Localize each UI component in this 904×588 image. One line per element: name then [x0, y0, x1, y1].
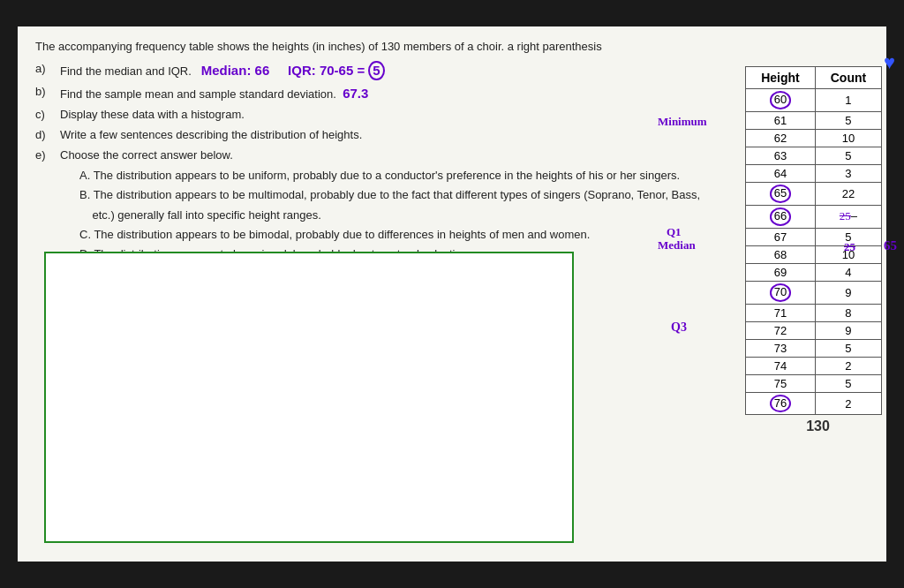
table-cell-height: 61 — [746, 111, 816, 129]
q-label-a: a) — [35, 60, 60, 79]
table-cell-count: 5 — [815, 111, 881, 129]
table-row: 718 — [746, 304, 882, 321]
question-a: a) Find the median and IQR. Median: 66 I… — [35, 60, 869, 81]
table-cell-count: 1 — [815, 89, 881, 112]
table-cell-count: 22 — [815, 182, 881, 205]
table-cell-count: 3 — [815, 164, 881, 182]
table-cell-height: 68 — [746, 245, 816, 263]
question-c: c) Display these data with a histogram. — [35, 106, 869, 124]
table-cell-count: 5 — [815, 374, 881, 392]
table-row: 635 — [746, 147, 882, 164]
question-b: b) Find the sample mean and sample stand… — [35, 83, 869, 104]
table-row: 755 — [746, 374, 882, 392]
frequency-table-container: Height Count 601615621063564365226625–67… — [745, 66, 891, 434]
table-cell-count: 8 — [815, 304, 881, 321]
table-row: 742 — [746, 357, 882, 374]
q-label-d: d) — [35, 126, 60, 145]
table-total: 130 — [745, 418, 891, 434]
table-row: 643 — [746, 164, 882, 182]
table-cell-height: 74 — [746, 357, 816, 374]
answer-box[interactable] — [44, 252, 574, 543]
table-row: 762 — [746, 392, 882, 415]
table-cell-count: 2 — [815, 392, 881, 415]
intro-paragraph: The accompanying frequency table shows t… — [35, 40, 602, 53]
question-d: d) Write a few sentences describing the … — [35, 126, 869, 145]
table-cell-count: 4 — [815, 263, 881, 281]
iqr-circled: 5 — [368, 61, 384, 80]
col-count-header: Count — [815, 67, 881, 89]
hw-q1-label: Q1 — [667, 225, 682, 239]
q-label-b: b) — [35, 83, 60, 102]
table-row: 675 — [746, 228, 882, 245]
table-cell-count: 25– — [815, 205, 881, 228]
table-row: 735 — [746, 339, 882, 357]
table-cell-height: 73 — [746, 339, 816, 357]
table-row: 709 — [746, 281, 882, 304]
heart-icon: ♥ — [884, 51, 895, 74]
q-text-d: Write a few sentences describing the dis… — [60, 126, 362, 145]
table-cell-height: 64 — [746, 164, 816, 182]
table-cell-height: 67 — [746, 228, 816, 245]
table-row: 6522 — [746, 182, 882, 205]
table-cell-height: 62 — [746, 129, 816, 147]
hw-25-strikethrough: 25 — [844, 240, 855, 254]
table-cell-height: 60 — [746, 89, 816, 112]
table-cell-height: 69 — [746, 263, 816, 281]
hw-minimum-label: Minimum — [658, 115, 707, 129]
table-cell-height: 70 — [746, 281, 816, 304]
hw-median: Median: 66 IQR: 70-65 = 5 — [201, 63, 385, 78]
q-text-a: Find the median and IQR. Median: 66 IQR:… — [60, 60, 385, 81]
table-cell-height: 76 — [746, 392, 816, 415]
table-row: 601 — [746, 89, 882, 112]
hw-mean: 67.3 — [343, 86, 368, 101]
intro-text: The accompanying frequency table shows t… — [35, 40, 869, 53]
table-cell-height: 75 — [746, 374, 816, 392]
frequency-table: Height Count 601615621063564365226625–67… — [745, 66, 882, 415]
q-text-c: Display these data with a histogram. — [60, 106, 245, 124]
table-cell-height: 65 — [746, 182, 816, 205]
table-cell-height: 72 — [746, 321, 816, 339]
table-row: 615 — [746, 111, 882, 129]
table-row: 6810 — [746, 245, 882, 263]
table-row: 694 — [746, 263, 882, 281]
question-e: e) Choose the correct answer below. — [35, 147, 869, 165]
hw-side-note: 65 — [884, 238, 897, 253]
q-label-e: e) — [35, 147, 60, 165]
q-text-e: Choose the correct answer below. — [60, 147, 233, 165]
hw-q3-label: Q3 — [671, 320, 687, 335]
table-cell-height: 71 — [746, 304, 816, 321]
table-row: 6210 — [746, 129, 882, 147]
table-cell-count: 5 — [815, 339, 881, 357]
q-label-c: c) — [35, 106, 60, 124]
col-height-header: Height — [746, 67, 816, 89]
table-row: 6625– — [746, 205, 882, 228]
table-row: 729 — [746, 321, 882, 339]
table-cell-height: 63 — [746, 147, 816, 164]
table-cell-count: 10 — [815, 129, 881, 147]
table-cell-count: 5 — [815, 147, 881, 164]
table-cell-count: 9 — [815, 321, 881, 339]
hw-median-table-label: Median — [658, 238, 696, 253]
table-cell-count: 2 — [815, 357, 881, 374]
table-cell-count: 9 — [815, 281, 881, 304]
table-cell-height: 66 — [746, 205, 816, 228]
q-text-b: Find the sample mean and sample standard… — [60, 83, 368, 104]
question-list: a) Find the median and IQR. Median: 66 I… — [35, 60, 869, 264]
